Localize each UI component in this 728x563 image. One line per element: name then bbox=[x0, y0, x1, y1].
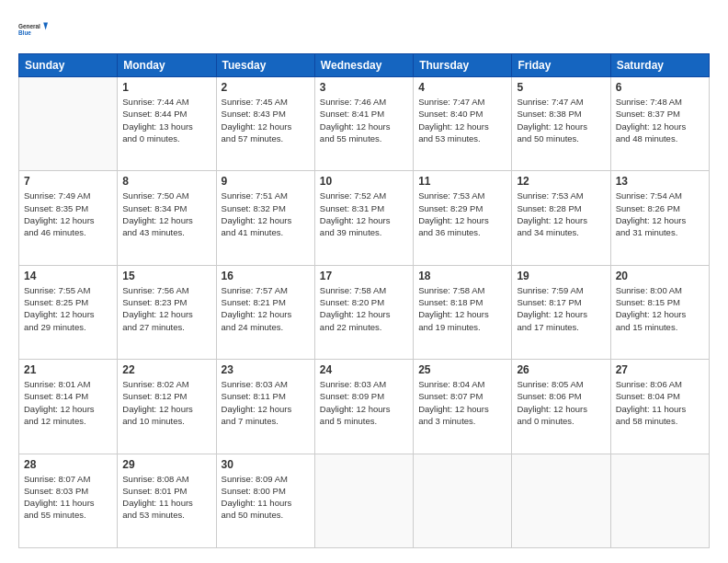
day-number: 18 bbox=[418, 270, 506, 282]
day-number: 30 bbox=[222, 458, 310, 471]
calendar-cell: 23Sunrise: 8:03 AMSunset: 8:11 PMDayligh… bbox=[216, 360, 314, 454]
weekday-header-row: SundayMondayTuesdayWednesdayThursdayFrid… bbox=[19, 54, 710, 77]
day-info: Sunrise: 7:46 AMSunset: 8:41 PMDaylight:… bbox=[320, 96, 408, 144]
calendar-week-1: 1Sunrise: 7:44 AMSunset: 8:44 PMDaylight… bbox=[19, 77, 710, 171]
calendar-week-4: 21Sunrise: 8:01 AMSunset: 8:14 PMDayligh… bbox=[19, 360, 710, 454]
day-number: 29 bbox=[122, 458, 210, 471]
calendar-cell: 11Sunrise: 7:53 AMSunset: 8:29 PMDayligh… bbox=[414, 171, 512, 265]
calendar-cell: 21Sunrise: 8:01 AMSunset: 8:14 PMDayligh… bbox=[19, 360, 118, 454]
day-info: Sunrise: 8:00 AMSunset: 8:15 PMDaylight:… bbox=[616, 284, 704, 333]
logo-icon: GeneralBlue bbox=[18, 15, 48, 44]
day-number: 8 bbox=[122, 175, 210, 188]
day-info: Sunrise: 7:52 AMSunset: 8:31 PMDaylight:… bbox=[320, 190, 408, 238]
calendar-cell: 4Sunrise: 7:47 AMSunset: 8:40 PMDaylight… bbox=[414, 77, 512, 171]
day-info: Sunrise: 7:47 AMSunset: 8:40 PMDaylight:… bbox=[418, 96, 506, 144]
calendar-cell: 15Sunrise: 7:56 AMSunset: 8:23 PMDayligh… bbox=[118, 265, 216, 359]
day-number: 21 bbox=[24, 363, 112, 376]
day-number: 13 bbox=[616, 175, 704, 188]
calendar-cell: 7Sunrise: 7:49 AMSunset: 8:35 PMDaylight… bbox=[19, 171, 118, 265]
day-info: Sunrise: 7:58 AMSunset: 8:18 PMDaylight:… bbox=[418, 284, 506, 333]
day-info: Sunrise: 8:08 AMSunset: 8:01 PMDaylight:… bbox=[122, 473, 210, 522]
day-number: 6 bbox=[616, 81, 704, 94]
calendar-cell: 30Sunrise: 8:09 AMSunset: 8:00 PMDayligh… bbox=[216, 454, 314, 547]
day-number: 11 bbox=[418, 175, 506, 188]
logo: GeneralBlue bbox=[18, 15, 48, 44]
calendar-cell bbox=[19, 77, 118, 171]
weekday-wednesday: Wednesday bbox=[314, 54, 413, 77]
day-number: 15 bbox=[122, 270, 210, 282]
calendar-cell: 18Sunrise: 7:58 AMSunset: 8:18 PMDayligh… bbox=[414, 265, 512, 359]
day-number: 9 bbox=[222, 175, 310, 188]
calendar-cell bbox=[610, 454, 709, 547]
calendar-cell bbox=[414, 454, 512, 547]
day-number: 10 bbox=[320, 175, 408, 188]
day-number: 25 bbox=[418, 363, 506, 376]
day-number: 23 bbox=[222, 363, 310, 376]
calendar-cell: 1Sunrise: 7:44 AMSunset: 8:44 PMDaylight… bbox=[118, 77, 216, 171]
calendar-cell: 19Sunrise: 7:59 AMSunset: 8:17 PMDayligh… bbox=[512, 265, 610, 359]
weekday-monday: Monday bbox=[118, 54, 216, 77]
calendar-week-3: 14Sunrise: 7:55 AMSunset: 8:25 PMDayligh… bbox=[19, 265, 710, 359]
day-info: Sunrise: 7:51 AMSunset: 8:32 PMDaylight:… bbox=[222, 190, 310, 238]
day-number: 27 bbox=[616, 363, 704, 376]
day-number: 5 bbox=[517, 81, 605, 94]
day-info: Sunrise: 8:05 AMSunset: 8:06 PMDaylight:… bbox=[517, 378, 605, 427]
day-number: 16 bbox=[222, 270, 310, 282]
calendar-cell: 29Sunrise: 8:08 AMSunset: 8:01 PMDayligh… bbox=[118, 454, 216, 547]
day-info: Sunrise: 7:49 AMSunset: 8:35 PMDaylight:… bbox=[24, 190, 112, 238]
calendar-cell: 27Sunrise: 8:06 AMSunset: 8:04 PMDayligh… bbox=[610, 360, 709, 454]
day-number: 22 bbox=[122, 363, 210, 376]
calendar-cell: 6Sunrise: 7:48 AMSunset: 8:37 PMDaylight… bbox=[610, 77, 709, 171]
day-number: 4 bbox=[418, 81, 506, 94]
weekday-sunday: Sunday bbox=[19, 54, 118, 77]
svg-marker-2 bbox=[43, 22, 48, 29]
day-number: 28 bbox=[24, 458, 112, 471]
day-info: Sunrise: 8:04 AMSunset: 8:07 PMDaylight:… bbox=[418, 378, 506, 427]
day-info: Sunrise: 7:58 AMSunset: 8:20 PMDaylight:… bbox=[320, 284, 408, 333]
day-info: Sunrise: 7:59 AMSunset: 8:17 PMDaylight:… bbox=[517, 284, 605, 333]
day-number: 3 bbox=[320, 81, 408, 94]
day-info: Sunrise: 8:09 AMSunset: 8:00 PMDaylight:… bbox=[222, 473, 310, 522]
day-number: 26 bbox=[517, 363, 605, 376]
day-info: Sunrise: 7:57 AMSunset: 8:21 PMDaylight:… bbox=[222, 284, 310, 333]
calendar-cell: 17Sunrise: 7:58 AMSunset: 8:20 PMDayligh… bbox=[314, 265, 413, 359]
day-number: 1 bbox=[122, 81, 210, 94]
calendar-cell: 5Sunrise: 7:47 AMSunset: 8:38 PMDaylight… bbox=[512, 77, 610, 171]
day-info: Sunrise: 7:47 AMSunset: 8:38 PMDaylight:… bbox=[517, 96, 605, 144]
svg-text:Blue: Blue bbox=[18, 29, 31, 36]
calendar-cell: 12Sunrise: 7:53 AMSunset: 8:28 PMDayligh… bbox=[512, 171, 610, 265]
day-number: 12 bbox=[517, 175, 605, 188]
calendar-week-2: 7Sunrise: 7:49 AMSunset: 8:35 PMDaylight… bbox=[19, 171, 710, 265]
header: GeneralBlue bbox=[18, 15, 710, 44]
day-number: 7 bbox=[24, 175, 112, 188]
day-number: 24 bbox=[320, 363, 408, 376]
day-number: 2 bbox=[222, 81, 310, 94]
day-number: 20 bbox=[616, 270, 704, 282]
calendar-cell bbox=[512, 454, 610, 547]
day-info: Sunrise: 7:54 AMSunset: 8:26 PMDaylight:… bbox=[616, 190, 704, 238]
day-info: Sunrise: 7:50 AMSunset: 8:34 PMDaylight:… bbox=[122, 190, 210, 238]
calendar-cell: 28Sunrise: 8:07 AMSunset: 8:03 PMDayligh… bbox=[19, 454, 118, 547]
calendar-table: SundayMondayTuesdayWednesdayThursdayFrid… bbox=[18, 53, 710, 548]
calendar-cell: 2Sunrise: 7:45 AMSunset: 8:43 PMDaylight… bbox=[216, 77, 314, 171]
calendar-cell: 14Sunrise: 7:55 AMSunset: 8:25 PMDayligh… bbox=[19, 265, 118, 359]
day-info: Sunrise: 8:03 AMSunset: 8:09 PMDaylight:… bbox=[320, 378, 408, 427]
weekday-tuesday: Tuesday bbox=[216, 54, 314, 77]
day-info: Sunrise: 7:53 AMSunset: 8:28 PMDaylight:… bbox=[517, 190, 605, 238]
calendar-cell bbox=[314, 454, 413, 547]
svg-text:General: General bbox=[18, 23, 40, 29]
day-info: Sunrise: 8:02 AMSunset: 8:12 PMDaylight:… bbox=[122, 378, 210, 427]
calendar-cell: 9Sunrise: 7:51 AMSunset: 8:32 PMDaylight… bbox=[216, 171, 314, 265]
weekday-friday: Friday bbox=[512, 54, 610, 77]
calendar-cell: 26Sunrise: 8:05 AMSunset: 8:06 PMDayligh… bbox=[512, 360, 610, 454]
day-info: Sunrise: 7:44 AMSunset: 8:44 PMDaylight:… bbox=[122, 96, 210, 144]
day-info: Sunrise: 8:03 AMSunset: 8:11 PMDaylight:… bbox=[222, 378, 310, 427]
day-info: Sunrise: 7:55 AMSunset: 8:25 PMDaylight:… bbox=[24, 284, 112, 333]
calendar-cell: 25Sunrise: 8:04 AMSunset: 8:07 PMDayligh… bbox=[414, 360, 512, 454]
calendar-cell: 16Sunrise: 7:57 AMSunset: 8:21 PMDayligh… bbox=[216, 265, 314, 359]
calendar-cell: 20Sunrise: 8:00 AMSunset: 8:15 PMDayligh… bbox=[610, 265, 709, 359]
calendar-cell: 22Sunrise: 8:02 AMSunset: 8:12 PMDayligh… bbox=[118, 360, 216, 454]
day-info: Sunrise: 7:56 AMSunset: 8:23 PMDaylight:… bbox=[122, 284, 210, 333]
day-info: Sunrise: 7:53 AMSunset: 8:29 PMDaylight:… bbox=[418, 190, 506, 238]
calendar-week-5: 28Sunrise: 8:07 AMSunset: 8:03 PMDayligh… bbox=[19, 454, 710, 547]
